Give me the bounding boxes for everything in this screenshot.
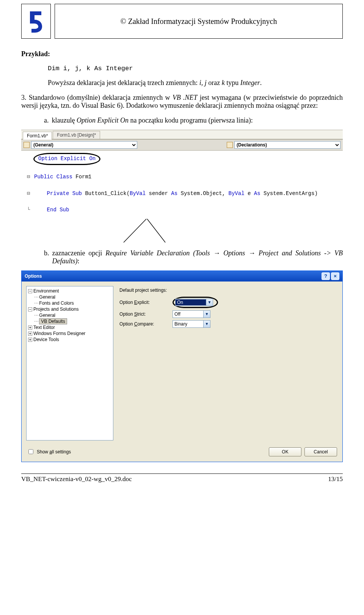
option-explicit-dropdown[interactable]: On▼ bbox=[175, 299, 213, 306]
org-logo bbox=[21, 4, 51, 39]
method-dropdown[interactable]: (Declarations) bbox=[234, 141, 340, 149]
page-footer: VB_NET-cwiczenia-v0_02-wg_v0_29.doc 13/1… bbox=[21, 473, 343, 483]
vs-code-editor-screenshot: Form1.vb* Form1.vb [Design]* (General) (… bbox=[21, 130, 343, 217]
collapse-icon[interactable]: − bbox=[28, 307, 32, 311]
svg-line-0 bbox=[124, 219, 146, 242]
highlighted-option-explicit: Option Explicit On bbox=[33, 153, 100, 165]
options-dialog: Options ? × −Environment ⋯ General ⋯ Fon… bbox=[21, 271, 343, 462]
expand-icon[interactable]: + bbox=[28, 326, 32, 330]
code-dim-line: Dim i, j, k As Integer bbox=[48, 65, 343, 72]
chevron-down-icon[interactable]: ▼ bbox=[203, 321, 210, 327]
footer-pagenum: 13/15 bbox=[328, 475, 343, 483]
option-compare-dropdown[interactable]: Binary▼ bbox=[173, 320, 210, 328]
tab-form1-vb[interactable]: Form1.vb* bbox=[23, 132, 52, 140]
para-declaration-desc: Powyższa deklaracja jest deklaracją trze… bbox=[48, 79, 343, 87]
expand-icon[interactable]: + bbox=[28, 338, 32, 342]
list-item-b: b. zaznaczenie opcji Require Variable De… bbox=[44, 249, 343, 265]
collapse-icon[interactable]: − bbox=[28, 289, 32, 293]
options-tree[interactable]: −Environment ⋯ General ⋯ Fonts and Color… bbox=[26, 286, 113, 440]
method-icon bbox=[227, 142, 233, 148]
highlighted-option-explicit-dropdown: On▼ bbox=[173, 297, 218, 308]
heading-przyklad: Przykład: bbox=[21, 50, 343, 58]
org-title: © Zakład Informatyzacji Systemów Produkc… bbox=[55, 4, 343, 39]
callout-arrow bbox=[21, 219, 343, 245]
list-item-a: a. klauzulę Option Explicit On na począt… bbox=[44, 116, 343, 124]
label-option-compare: Option Compare: bbox=[119, 321, 169, 327]
label-option-explicit: Option Explicit: bbox=[119, 300, 169, 305]
expand-icon[interactable]: + bbox=[28, 332, 32, 336]
svg-line-1 bbox=[147, 219, 165, 242]
dialog-title: Options bbox=[25, 274, 42, 279]
help-button[interactable]: ? bbox=[322, 272, 330, 280]
chevron-down-icon[interactable]: ▼ bbox=[206, 299, 213, 306]
cancel-button[interactable]: Cancel bbox=[304, 447, 337, 456]
footer-filename: VB_NET-cwiczenia-v0_02-wg_v0_29.doc bbox=[21, 475, 132, 483]
tree-selected-vbdefaults: VB Defaults bbox=[39, 318, 67, 324]
class-icon bbox=[24, 142, 30, 148]
page-header: © Zakład Informatyzacji Systemów Produkc… bbox=[21, 4, 343, 39]
option-strict-dropdown[interactable]: Off▼ bbox=[173, 310, 210, 318]
chevron-down-icon[interactable]: ▼ bbox=[203, 311, 210, 318]
tab-form1-design[interactable]: Form1.vb [Design]* bbox=[53, 131, 100, 139]
label-option-strict: Option Strict: bbox=[119, 311, 169, 317]
class-dropdown[interactable]: (General) bbox=[31, 141, 137, 149]
section-heading: Default project settings: bbox=[119, 288, 336, 293]
para-standard-decl: 3. Standardowo (domyślnie) deklaracja zm… bbox=[21, 94, 343, 110]
close-button[interactable]: × bbox=[331, 272, 339, 280]
show-all-settings-checkbox[interactable]: Show all settings bbox=[27, 448, 71, 455]
ok-button[interactable]: OK bbox=[269, 447, 301, 456]
